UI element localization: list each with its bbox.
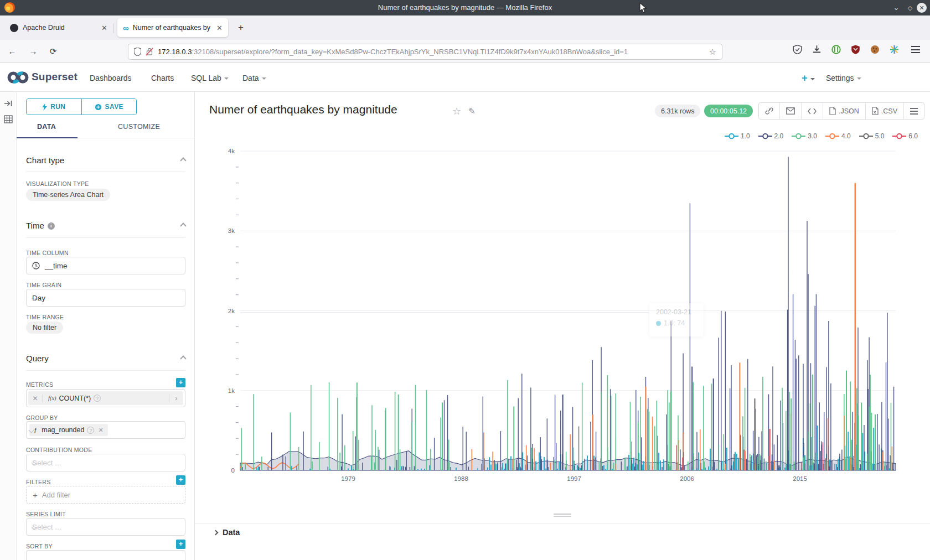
add-filter-box[interactable]: + Add filter xyxy=(26,486,185,504)
divider xyxy=(26,172,185,172)
nav-settings[interactable]: Settings xyxy=(826,74,861,82)
section-time[interactable]: Timei xyxy=(26,221,55,230)
metric-control[interactable]: ✕ f(x) COUNT(*) ? › xyxy=(26,389,185,407)
viz-type-pill[interactable]: Time-series Area Chart xyxy=(26,189,110,201)
tab-close-icon[interactable]: ✕ xyxy=(216,24,223,32)
section-query[interactable]: Query xyxy=(26,354,49,363)
superset-logo-icon[interactable] xyxy=(7,70,30,85)
run-button[interactable]: RUN xyxy=(27,99,82,115)
new-tab-button[interactable]: + xyxy=(235,22,247,33)
tooltip-date: 2002-03-21 xyxy=(656,308,697,316)
file-icon xyxy=(829,107,836,115)
chevron-up-icon[interactable] xyxy=(180,157,186,163)
divider xyxy=(26,237,185,238)
expand-panel-icon[interactable] xyxy=(4,100,13,107)
export-csv-button[interactable]: .CSV xyxy=(866,103,904,119)
time-column-select[interactable]: __time xyxy=(26,257,185,274)
containers-icon[interactable] xyxy=(890,45,899,58)
groupby-select[interactable]: ƒ mag_rounded ? ✕ xyxy=(26,421,185,439)
series-limit-select[interactable]: Select ... xyxy=(26,518,185,536)
south-pane-divider xyxy=(195,523,930,524)
chevron-right-icon[interactable]: › xyxy=(169,394,183,402)
insecure-lock-icon[interactable] xyxy=(146,48,153,56)
embed-code-button[interactable] xyxy=(802,103,823,119)
superset-brand[interactable]: Superset xyxy=(32,71,78,83)
metric-value: COUNT(*) xyxy=(59,395,91,402)
add-sort-button[interactable]: + xyxy=(176,540,185,549)
reload-icon[interactable]: ⟳ xyxy=(46,45,60,59)
chevron-up-icon[interactable] xyxy=(180,222,186,229)
privacy-badger-icon[interactable] xyxy=(831,45,841,58)
resize-grip[interactable] xyxy=(554,514,571,518)
add-metric-button[interactable]: + xyxy=(176,378,185,387)
section-chart-type[interactable]: Chart type xyxy=(26,155,64,165)
remove-metric-icon[interactable]: ✕ xyxy=(28,395,43,402)
chart-title: Numer of earthquakes by magnitude xyxy=(209,103,397,116)
data-section-toggle[interactable]: Data xyxy=(214,528,240,537)
envelope-icon xyxy=(786,107,795,115)
menu-hamburger-icon[interactable] xyxy=(911,46,920,59)
browser-tab-druid[interactable]: Apache Druid ✕ xyxy=(4,18,113,37)
cookie-icon[interactable] xyxy=(870,45,880,58)
export-json-button[interactable]: .JSON xyxy=(823,103,866,119)
panel-scroll-area[interactable]: Chart type VISUALIZATION TYPE Time-serie… xyxy=(17,139,195,560)
mouse-cursor xyxy=(639,2,648,14)
help-icon[interactable]: ? xyxy=(87,427,94,434)
time-grain-select[interactable]: Day xyxy=(26,289,185,307)
groupby-pill[interactable]: ƒ mag_rounded ? ✕ xyxy=(29,424,108,436)
browser-tab-superset[interactable]: ∞ Numer of earthquakes by ✕ xyxy=(117,18,228,37)
save-button[interactable]: SAVE xyxy=(82,99,137,115)
nav-charts[interactable]: Charts xyxy=(151,74,174,82)
tab-data[interactable]: DATA xyxy=(37,123,56,131)
nav-dashboards[interactable]: Dashboards xyxy=(90,74,132,82)
pocket-shield-icon[interactable] xyxy=(793,45,802,58)
sort-by-select[interactable] xyxy=(26,550,185,560)
tracking-shield-icon[interactable] xyxy=(134,48,141,56)
nav-add-button[interactable]: + xyxy=(802,72,815,84)
browser-toolbar: ← → ⟳ 172.18.0.3:32108/superset/explore/… xyxy=(0,40,930,63)
tooltip-value: 1.0: 74 xyxy=(664,319,685,327)
dataset-grid-icon[interactable] xyxy=(4,115,13,123)
y-tick-label: 1k xyxy=(228,387,235,394)
window-maximize-icon[interactable]: ◇ xyxy=(905,3,915,13)
chart-canvas[interactable]: 01k2k3k4k19791988199720062015 xyxy=(195,138,919,495)
time-range-pill[interactable]: No filter xyxy=(26,322,63,334)
copy-link-button[interactable] xyxy=(759,103,780,119)
email-button[interactable] xyxy=(780,103,802,119)
url-bar[interactable]: 172.18.0.3:32108/superset/explore/?form_… xyxy=(128,44,722,60)
tab-customize[interactable]: CUSTOMIZE xyxy=(118,123,160,131)
spikes-series-2.0 xyxy=(242,157,893,471)
link-icon xyxy=(765,107,773,115)
contribution-select[interactable]: Select ... xyxy=(26,454,185,471)
downloads-icon[interactable] xyxy=(812,45,822,58)
favorite-star-icon[interactable]: ☆ xyxy=(452,105,461,117)
contribution-label: CONTRIBUTION MODE xyxy=(26,447,92,453)
bookmark-star-icon[interactable]: ☆ xyxy=(709,47,716,57)
series-dot-icon xyxy=(656,321,661,326)
edit-pencil-icon[interactable]: ✎ xyxy=(468,106,476,116)
forward-icon[interactable]: → xyxy=(27,45,40,59)
collapsed-datasource-strip xyxy=(0,92,17,560)
ublock-shield-icon[interactable] xyxy=(851,45,860,58)
x-tick-label: 2015 xyxy=(793,475,807,482)
browser-tab-bar: Apache Druid ✕ ∞ Numer of earthquakes by… xyxy=(0,15,930,40)
x-tick-label: 1997 xyxy=(567,475,581,482)
help-icon[interactable]: ? xyxy=(94,395,101,402)
chevron-down-icon xyxy=(857,77,861,80)
window-minimize-icon[interactable]: ⌄ xyxy=(891,3,901,13)
chevron-up-icon[interactable] xyxy=(180,355,186,361)
time-grain-label: TIME GRAIN xyxy=(26,282,61,288)
chevron-down-icon xyxy=(810,78,815,80)
chevron-right-icon xyxy=(213,530,219,535)
nav-data[interactable]: Data xyxy=(242,74,266,82)
window-title: Numer of earthquakes by magnitude — Mozi… xyxy=(0,3,930,12)
nav-sql-lab[interactable]: SQL Lab xyxy=(191,74,229,82)
back-icon[interactable]: ← xyxy=(6,45,19,59)
tab-close-icon[interactable]: ✕ xyxy=(101,24,107,32)
y-tick-label: 2k xyxy=(228,308,235,314)
remove-icon[interactable]: ✕ xyxy=(98,427,103,434)
more-options-button[interactable] xyxy=(904,103,924,119)
add-filter-plus-button[interactable]: + xyxy=(176,475,185,485)
window-close-icon[interactable]: ✕ xyxy=(917,3,927,13)
active-tab-indicator xyxy=(17,137,78,138)
